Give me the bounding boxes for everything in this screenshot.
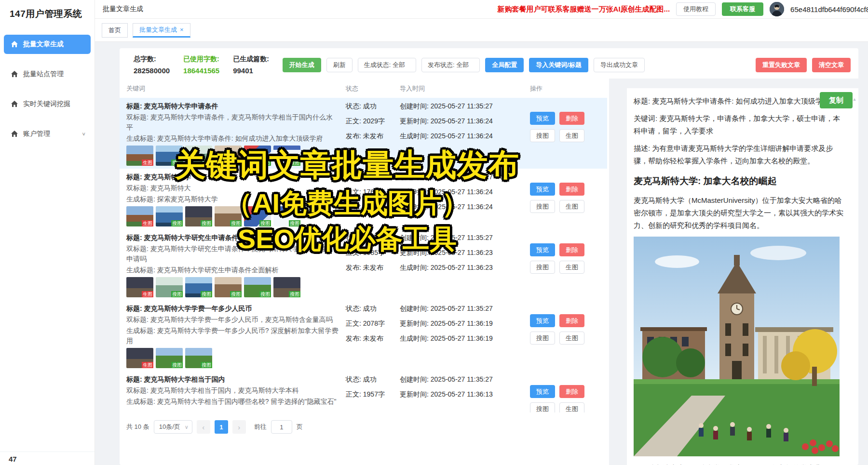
- header-actions: 操作: [530, 84, 607, 93]
- preview-button[interactable]: 预览: [530, 112, 555, 125]
- import-keywords-button[interactable]: 导入关键词/标题: [529, 58, 588, 72]
- home-icon: [11, 70, 18, 78]
- table-row[interactable]: 标题: 麦克马斯特大学研究生申请条件双标题: 麦克马斯特大学研究生申请条件，麦克…: [126, 229, 609, 300]
- delete-button[interactable]: 删除: [559, 112, 584, 125]
- start-generate-button[interactable]: 开始生成: [283, 58, 321, 72]
- thumb-badge: 生图: [142, 362, 153, 368]
- goto-page-input[interactable]: [271, 420, 292, 434]
- keyword-cell: 标题: 麦克马斯特大学研究生申请条件双标题: 麦克马斯特大学研究生申请条件，麦克…: [126, 233, 346, 297]
- gen-image-button[interactable]: 生图: [559, 261, 584, 274]
- article-preview-panel: 复制 ▲ 标题: 麦克马斯特大学申请条件: 如何成功进入加拿大顶级学府 关键词:…: [627, 88, 858, 465]
- page-size-value: 10条/页: [159, 423, 180, 431]
- tab-home[interactable]: 首页: [102, 23, 128, 38]
- time-cell: 创建时间: 2025-05-27 11:35:27更新时间: 2025-05-2…: [400, 374, 530, 410]
- delete-button[interactable]: 删除: [559, 385, 584, 398]
- thumbnail[interactable]: 搜图: [185, 277, 212, 297]
- thumbnail[interactable]: 搜图: [156, 348, 183, 368]
- search-image-button[interactable]: 搜图: [530, 402, 555, 412]
- thumb-badge: 搜图: [230, 220, 242, 226]
- search-image-button[interactable]: 搜图: [530, 200, 555, 213]
- app-logo: 147用户管理系统: [0, 0, 95, 20]
- generated-time: 生成时间: 2025-05-27 11:36:24: [400, 202, 530, 212]
- global-config-button[interactable]: 全局配置: [485, 58, 524, 72]
- thumbnail[interactable]: 搜图: [273, 206, 300, 226]
- thumbnail[interactable]: 生图: [126, 277, 153, 297]
- reset-failed-button[interactable]: 重置失败文章: [756, 58, 807, 72]
- content-area: 总字数: 282580000 已使用字数: 186441565 已生成篇数: 9…: [95, 42, 868, 465]
- thumbnail[interactable]: 搜图: [156, 146, 183, 166]
- delete-button[interactable]: 删除: [559, 314, 584, 327]
- thumbnail[interactable]: 搜图: [156, 206, 183, 226]
- tab-batch-article[interactable]: 批量文章生成 ×: [133, 23, 190, 38]
- article-gen-title: 生成标题: 麦克马斯特大学研究生申请条件全面解析: [126, 265, 339, 275]
- copy-button[interactable]: 复制: [820, 92, 853, 108]
- search-image-button[interactable]: 搜图: [530, 129, 555, 142]
- thumbnail[interactable]: 搜图: [244, 277, 271, 297]
- gen-image-button[interactable]: 生图: [559, 402, 584, 412]
- home-icon: [11, 100, 18, 108]
- tutorial-button[interactable]: 使用教程: [676, 2, 716, 16]
- thumbnail[interactable]: 搜图: [244, 146, 271, 166]
- thumbnail[interactable]: 生图: [126, 206, 153, 226]
- gen-image-button[interactable]: 生图: [559, 332, 584, 345]
- thumbnail[interactable]: 搜图: [273, 277, 300, 297]
- page-size-select[interactable]: 10条/页 ∨: [154, 420, 192, 434]
- thumbnail[interactable]: 生图: [126, 348, 153, 368]
- time-cell: 创建时间: 2025-05-27 11:35:27更新时间: 2025-05-2…: [400, 233, 530, 297]
- table-row[interactable]: 标题: 麦克马斯特大学双标题: 麦克马斯特大生成标题: 探索麦克马斯特大学生图搜…: [126, 169, 609, 229]
- thumbnail[interactable]: 搜图: [273, 146, 300, 166]
- prev-page-button[interactable]: ‹: [197, 420, 210, 434]
- next-page-button[interactable]: ›: [232, 420, 246, 434]
- preview-paragraph: 麦克马斯特大学（McMasterUniversity）位于加拿大安大略省的哈密尔…: [634, 194, 844, 232]
- thumbnail[interactable]: 搜图: [185, 206, 212, 226]
- clear-articles-button[interactable]: 清空文章: [812, 58, 851, 72]
- status-cell: 状态: 成功正文: 1766字发布: 未发布: [346, 172, 400, 226]
- sidebar-item-2[interactable]: 批量站点管理: [4, 65, 91, 84]
- pub-status-select[interactable]: 发布状态: 全部: [421, 58, 480, 72]
- thumbnail[interactable]: 搜图: [215, 206, 242, 226]
- support-button[interactable]: 联系客服: [722, 2, 763, 16]
- header-keyword: 关键词: [126, 84, 346, 93]
- preview-button[interactable]: 预览: [530, 314, 555, 327]
- column-gap: [609, 79, 627, 465]
- page-1-button[interactable]: 1: [215, 420, 228, 434]
- thumbnail[interactable]: 搜图: [185, 348, 212, 368]
- search-image-button[interactable]: 搜图: [530, 261, 555, 274]
- delete-button[interactable]: 删除: [559, 243, 584, 256]
- thumbnail[interactable]: 搜图: [156, 277, 183, 297]
- thumbnail[interactable]: 搜图: [244, 206, 271, 226]
- publish-line: 发布: 未发布: [346, 333, 400, 344]
- refresh-button[interactable]: 刷新: [326, 58, 353, 72]
- avatar[interactable]: [770, 2, 784, 16]
- table-row[interactable]: 标题: 麦克马斯特大学申请条件双标题: 麦克马斯特大学申请条件，麦克马斯特大学相…: [120, 98, 607, 169]
- keyword-cell: 标题: 麦克马斯特大学相当于国内双标题: 麦克马斯特大学相当于国内，麦克马斯特大…: [126, 374, 346, 410]
- thumbnail[interactable]: 生图: [126, 146, 153, 166]
- preview-button[interactable]: 预览: [530, 183, 555, 196]
- publish-line: 发布: 未发布: [346, 263, 400, 273]
- gen-image-button[interactable]: 生图: [559, 200, 584, 213]
- thumbnail-strip: 生图搜图搜图搜图搜图搜图: [126, 146, 339, 166]
- stat-generated-count: 已生成篇数: 99401: [233, 55, 269, 75]
- export-success-button[interactable]: 导出成功文章: [594, 58, 645, 72]
- words-line: 正文: 2029字: [346, 116, 400, 126]
- sidebar-item-3[interactable]: 实时关键词挖掘: [4, 94, 91, 114]
- sidebar-item-1[interactable]: 批量文章生成: [4, 35, 91, 54]
- gen-status-select[interactable]: 生成状态: 全部: [358, 58, 416, 72]
- campus-photo: [634, 237, 840, 456]
- search-image-button[interactable]: 搜图: [530, 332, 555, 345]
- delete-button[interactable]: 删除: [559, 183, 584, 196]
- thumbnail[interactable]: 搜图: [215, 146, 242, 166]
- thumb-badge: 搜图: [201, 159, 212, 166]
- table-row[interactable]: 标题: 麦克马斯特大学学费一年多少人民币双标题: 麦克马斯特大学学费一年多少人民…: [126, 300, 609, 371]
- gen-image-button[interactable]: 生图: [559, 129, 584, 142]
- page-title: 批量文章生成: [103, 5, 143, 13]
- words-line: 正文: 1957字: [346, 389, 400, 399]
- scrollbar-up-icon[interactable]: ▲: [852, 97, 857, 102]
- thumbnail[interactable]: 搜图: [215, 277, 242, 297]
- preview-button[interactable]: 预览: [530, 385, 555, 398]
- close-icon[interactable]: ×: [180, 26, 184, 33]
- table-row[interactable]: 标题: 麦克马斯特大学相当于国内双标题: 麦克马斯特大学相当于国内，麦克马斯特大…: [126, 371, 609, 412]
- sidebar-item-4[interactable]: 账户管理∨: [4, 124, 91, 144]
- preview-button[interactable]: 预览: [530, 243, 555, 256]
- thumbnail[interactable]: 搜图: [185, 146, 212, 166]
